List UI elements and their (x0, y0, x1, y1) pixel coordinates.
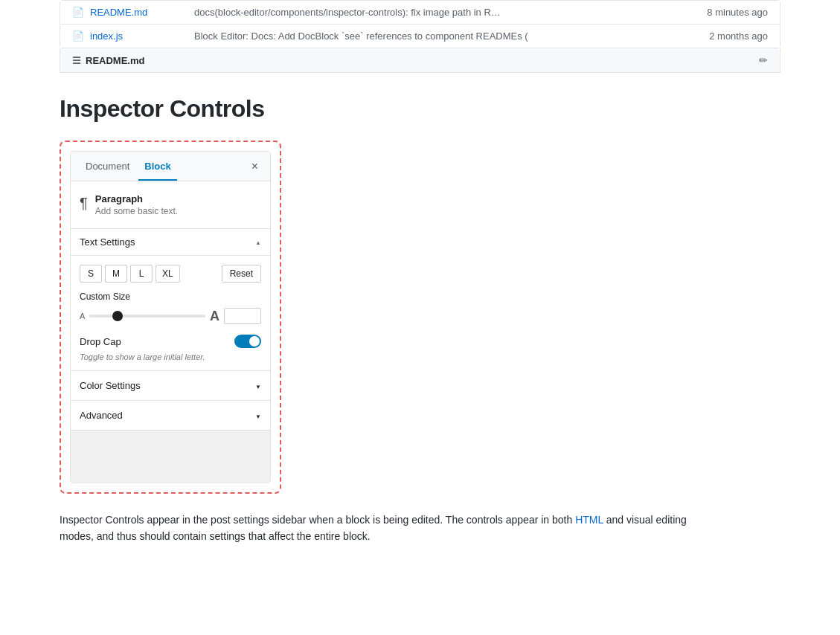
panel-close-button[interactable]: × (249, 158, 261, 175)
file-row: 📄 README.md docs(block-editor/components… (60, 1, 780, 25)
font-size-large-indicator: A (210, 309, 219, 324)
readme-file-time: 8 minutes ago (707, 7, 768, 18)
color-settings-expand-icon (255, 380, 261, 391)
block-description: Add some basic text. (95, 206, 178, 216)
readme-bar-filename: README.md (86, 55, 144, 66)
file-icon: 📄 (72, 30, 84, 42)
page-title: Inspector Controls (60, 95, 780, 123)
text-settings-content: S M L XL Reset Custom Size A (71, 256, 270, 371)
size-s-button[interactable]: S (80, 265, 102, 283)
custom-size-label: Custom Size (80, 291, 261, 302)
text-settings-collapse-icon (255, 238, 261, 246)
readme-bar-label: ☰ README.md (72, 55, 144, 66)
toggle-track[interactable] (234, 335, 261, 348)
font-size-slider[interactable] (89, 315, 205, 318)
text-settings-header[interactable]: Text Settings (71, 229, 270, 256)
custom-size-row: A A (80, 308, 261, 324)
block-info: ¶ Paragraph Add some basic text. (71, 181, 270, 229)
tab-document[interactable]: Document (80, 152, 135, 181)
drop-cap-row: Drop Cap (80, 335, 261, 348)
slider-track (89, 315, 205, 318)
description-part1: Inspector Controls appear in the post se… (60, 514, 575, 526)
readme-commit-msg: docs(block-editor/components/inspector-c… (194, 7, 707, 18)
size-m-button[interactable]: M (105, 265, 127, 283)
file-list: 📄 README.md docs(block-editor/components… (60, 0, 780, 48)
readme-file-icon: ☰ (72, 55, 81, 66)
drop-cap-toggle[interactable] (234, 335, 261, 348)
tab-block[interactable]: Block (138, 152, 176, 181)
inspector-panel: Document Block × ¶ Paragraph Add some ba… (70, 151, 271, 483)
text-settings-label: Text Settings (80, 236, 135, 248)
indexjs-commit-msg: Block Editor: Docs: Add DocBlock `see` r… (194, 30, 709, 42)
paragraph-icon: ¶ (80, 195, 88, 212)
file-icon: 📄 (72, 7, 84, 18)
advanced-label: Advanced (80, 410, 123, 421)
color-settings-label: Color Settings (80, 380, 141, 391)
drop-cap-hint: Toggle to show a large initial letter. (80, 352, 261, 361)
color-settings-section[interactable]: Color Settings (71, 371, 270, 401)
toggle-thumb (249, 336, 260, 346)
edit-pencil-icon[interactable]: ✏ (759, 54, 768, 66)
readme-bar: ☰ README.md ✏ (60, 48, 780, 73)
panel-tabs: Document Block × (71, 152, 270, 181)
block-title: Paragraph (95, 193, 178, 204)
slider-thumb[interactable] (112, 311, 123, 321)
inspector-demo-box: Document Block × ¶ Paragraph Add some ba… (60, 141, 281, 494)
advanced-expand-icon (255, 410, 261, 421)
indexjs-file-time: 2 months ago (709, 30, 768, 42)
indexjs-file-link[interactable]: index.js (90, 30, 179, 42)
file-row: 📄 index.js Block Editor: Docs: Add DocBl… (60, 25, 780, 48)
font-size-row: S M L XL Reset (80, 265, 261, 283)
readme-file-link[interactable]: README.md (90, 7, 179, 18)
html-link[interactable]: HTML (575, 514, 603, 526)
description-text: Inspector Controls appear in the post se… (60, 512, 699, 545)
placeholder-box (71, 431, 270, 483)
main-content: Inspector Controls Document Block × ¶ (0, 73, 840, 567)
drop-cap-label: Drop Cap (80, 336, 121, 347)
block-details: Paragraph Add some basic text. (95, 193, 178, 216)
font-size-input[interactable] (224, 308, 261, 324)
font-size-small-indicator: A (80, 312, 85, 320)
size-xl-button[interactable]: XL (156, 265, 180, 283)
size-l-button[interactable]: L (130, 265, 153, 283)
advanced-section[interactable]: Advanced (71, 401, 270, 431)
reset-button[interactable]: Reset (222, 265, 261, 283)
